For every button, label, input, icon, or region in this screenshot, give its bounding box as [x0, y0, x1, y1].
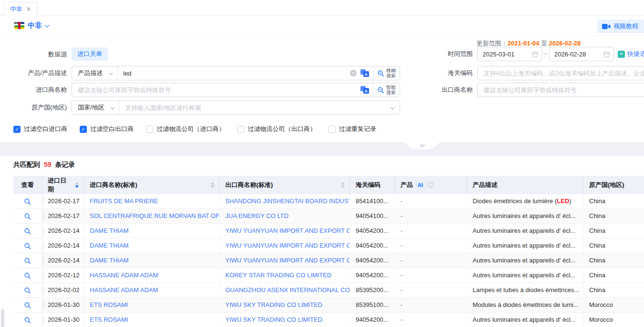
- desc-text: Autres luminaires et appareils d' écl...: [473, 272, 576, 279]
- exporter-link[interactable]: YIWU YUANYUAN IMPORT AND EXPORT C...: [220, 224, 350, 238]
- col-header-view: 查看: [13, 176, 42, 194]
- view-cell[interactable]: [13, 194, 42, 208]
- product-desc-cell: Autres luminaires et appareils d' écl...: [467, 209, 583, 223]
- product-cell: -: [395, 313, 467, 327]
- view-magnifier-icon[interactable]: [24, 213, 31, 220]
- col-header-import-date[interactable]: 进口日期: [42, 176, 84, 194]
- exporter-link[interactable]: YIWU SKY TRADING CO LIMITED: [220, 313, 350, 327]
- filter-checkbox-1[interactable]: ✓过滤空白出口商: [80, 125, 134, 133]
- importer-link[interactable]: SOL CENTRAFRIQUE RUE MORVAN BAT OF...: [84, 209, 220, 223]
- exporter-link[interactable]: KOREY STAR TRADING CO LIMITED: [220, 268, 350, 283]
- sort-icon[interactable]: [211, 182, 214, 188]
- vertical-scrollbar[interactable]: [1, 309, 4, 327]
- hs-code-cell: 85414100...: [350, 194, 395, 208]
- origin-cell: Morocco: [583, 313, 644, 327]
- view-cell[interactable]: [13, 283, 42, 297]
- col-header-importer[interactable]: 进口商名称(标准): [84, 176, 220, 194]
- product-cell: -: [395, 298, 467, 312]
- col-header-exporter[interactable]: 出口商名称(标准): [220, 176, 350, 194]
- time-range-end-input[interactable]: 2026-02-28: [549, 47, 614, 61]
- fuzzy-search-button[interactable]: 模糊搜索: [373, 66, 400, 80]
- view-magnifier-icon[interactable]: [24, 198, 31, 205]
- info-icon[interactable]: [427, 182, 434, 188]
- origin-cell: China: [583, 239, 644, 253]
- exporter-link[interactable]: YIWU SKY TRADING CO LIMITED: [220, 298, 350, 312]
- view-cell[interactable]: [13, 268, 42, 283]
- origin-country-input[interactable]: [119, 104, 389, 111]
- view-magnifier-icon[interactable]: [24, 316, 31, 324]
- view-cell[interactable]: [13, 209, 42, 223]
- exporter-name-input[interactable]: [478, 87, 644, 94]
- view-magnifier-icon[interactable]: [24, 242, 31, 250]
- exporter-link[interactable]: YIWU YUANYUAN IMPORT AND EXPORT C...: [220, 253, 350, 268]
- importer-link[interactable]: ETS ROSAMI: [84, 313, 220, 327]
- tab-zhongfei[interactable]: 中非 ✕: [4, 2, 37, 16]
- video-tutorial-button[interactable]: 视频教程: [597, 20, 644, 33]
- importer-name-label: 进口商名称: [0, 83, 67, 97]
- hs-code-cell: 94054200...: [350, 224, 395, 238]
- view-magnifier-icon[interactable]: [24, 287, 31, 294]
- importer-link[interactable]: HASSANE ADAM ADAM: [84, 268, 220, 283]
- product-type-select[interactable]: 产品描述: [72, 66, 117, 80]
- translate-icon[interactable]: A: [360, 86, 369, 94]
- importer-link[interactable]: DAME THIAM: [84, 239, 220, 253]
- view-magnifier-icon[interactable]: [24, 228, 31, 235]
- data-source-chip-import-declarations[interactable]: 进口关单: [72, 47, 108, 61]
- central-african-republic-flag-icon: ★: [14, 22, 24, 29]
- view-cell[interactable]: [13, 313, 42, 327]
- table-row: 2026-02-12HASSANE ADAM ADAMKOREY STAR TR…: [13, 268, 644, 283]
- view-cell[interactable]: [13, 224, 42, 238]
- hs-code-cell: 94054200...: [350, 313, 395, 327]
- country-selector-label[interactable]: 中非: [28, 21, 42, 30]
- chevron-down-icon[interactable]: [45, 23, 50, 28]
- sort-icon[interactable]: [341, 182, 345, 188]
- update-range-from: 2021-01-04: [507, 40, 539, 47]
- filter-panel: 更新范围：2021-01-04 至 2026-02-28 数据源 进口关单 时间…: [0, 36, 644, 142]
- importer-link[interactable]: DAME THIAM: [84, 224, 220, 238]
- exporter-link[interactable]: SHANDONG JINSHENGTAI BOARD INDUST...: [220, 194, 350, 208]
- product-desc-cell: Modules à diodes émettrices de lumi...: [467, 298, 583, 312]
- close-icon[interactable]: ✕: [26, 6, 31, 12]
- col-header-hs-code: 海关编码: [350, 176, 395, 194]
- clear-input-icon[interactable]: ✕: [350, 70, 357, 76]
- origin-country-label: 原产国(地区): [0, 100, 67, 115]
- data-source-label: 数据源: [0, 47, 67, 62]
- desc-text: Modules à diodes émettrices de lumi...: [473, 301, 579, 308]
- desc-text: Autres luminaires et appareils d' écl...: [473, 227, 576, 234]
- filter-checkbox-0[interactable]: ✓过滤空白进口商: [13, 125, 67, 133]
- importer-link[interactable]: ETS ROSAMI: [84, 298, 220, 312]
- filter-checkbox-2[interactable]: 过滤物流公司（进口商）: [146, 125, 225, 133]
- origin-type-select[interactable]: 国家/地区: [72, 101, 119, 114]
- product-search-input[interactable]: [117, 70, 350, 77]
- importer-name-input[interactable]: [72, 87, 360, 94]
- translate-icon[interactable]: A: [360, 69, 369, 77]
- view-cell[interactable]: [13, 298, 42, 312]
- importer-link[interactable]: HASSANE ADAM ADAM: [84, 283, 220, 297]
- view-cell[interactable]: [13, 239, 42, 253]
- time-range-start-input[interactable]: 2025-03-01: [477, 47, 542, 61]
- chevron-down-icon: [110, 106, 114, 109]
- filter-checkbox-3[interactable]: 过滤物流公司（出口商）: [237, 125, 316, 133]
- importer-link[interactable]: FRUITS DE MA PRIERE: [84, 194, 220, 208]
- filter-checkbox-4[interactable]: 过滤重复记录: [328, 125, 376, 133]
- origin-cell: China: [583, 224, 644, 238]
- quick-select-button[interactable]: ✕ 快捷选择: [618, 50, 644, 58]
- checkbox-label: 过滤空白进口商: [24, 125, 67, 133]
- checkbox-checked-icon: ✓: [80, 126, 87, 133]
- product-cell: -: [395, 224, 467, 238]
- exporter-name-label: 出口商名称: [406, 83, 473, 97]
- smart-search-button[interactable]: 智能搜索: [373, 83, 400, 97]
- view-magnifier-icon[interactable]: [24, 302, 31, 309]
- time-range-label: 时间范围: [406, 47, 473, 61]
- exporter-link[interactable]: GUANGZHOU ASENX INTERNATIONAL CO ...: [220, 283, 350, 297]
- view-magnifier-icon[interactable]: [24, 272, 31, 279]
- view-magnifier-icon[interactable]: [24, 257, 31, 264]
- importer-link[interactable]: DAME THIAM: [84, 253, 220, 268]
- hs-code-input[interactable]: [478, 70, 644, 77]
- exporter-link[interactable]: JUA ENERGY CO LTD: [220, 209, 350, 223]
- checkbox-checked-icon: ✓: [13, 126, 21, 133]
- exporter-link[interactable]: YIWU YUANYUAN IMPORT AND EXPORT C...: [220, 239, 350, 253]
- import-date-cell: 2026-02-14: [42, 224, 84, 238]
- view-cell[interactable]: [13, 253, 42, 268]
- sort-icon[interactable]: [75, 182, 79, 188]
